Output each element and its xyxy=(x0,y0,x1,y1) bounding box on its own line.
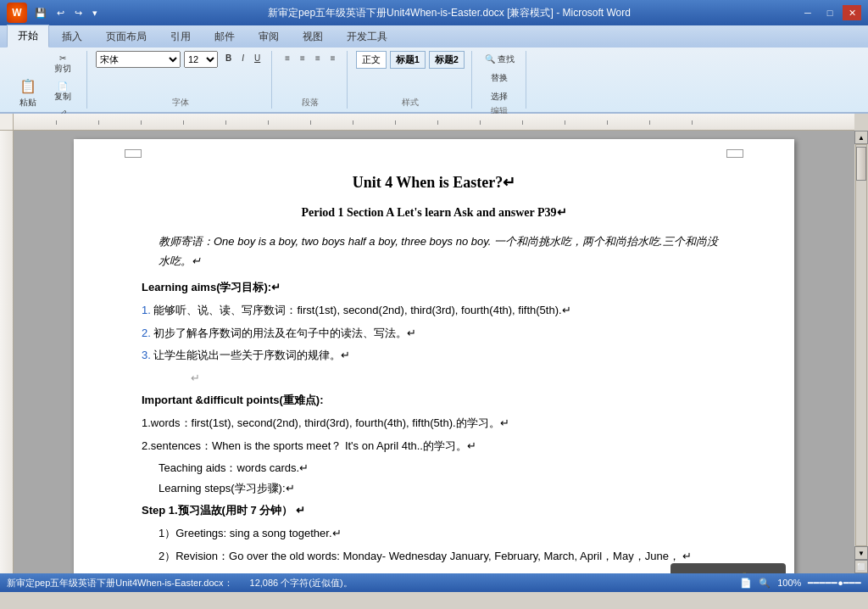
styles-group: 正文 标题1 标题2 样式 xyxy=(349,51,472,109)
status-bar: 新审定pep五年级英语下册Unit4When-is-Easter.docx： 1… xyxy=(0,573,868,592)
office-logo: W xyxy=(7,3,27,23)
ruler-mark xyxy=(437,120,438,125)
document-area[interactable]: Unit 4 When is Easter?↵ Period 1 Section… xyxy=(14,131,854,573)
paragraph-group: ≡ ≡ ≡ ≡ 段落 xyxy=(274,51,347,109)
bold-btn[interactable]: B xyxy=(221,51,236,68)
ruler-mark xyxy=(353,120,353,125)
redo-qa-btn[interactable]: ↪ xyxy=(72,7,85,20)
cut-btn[interactable]: ✂ 剪切 xyxy=(46,51,80,77)
ruler-area xyxy=(0,114,868,131)
learning-steps-title: Learning steps(学习步骤):↵ xyxy=(159,482,295,494)
vertical-scrollbar[interactable]: ▲ ▼ ⬜ xyxy=(854,131,868,573)
ribbon-tab-bar: 开始 插入 页面布局 引用 邮件 审阅 视图 开发工具 xyxy=(0,25,868,47)
ruler-mark xyxy=(98,120,99,125)
learning-item-3: 3. 让学生能说出一些关于序数词的规律。↵ xyxy=(142,347,726,365)
zoom-slider[interactable]: ━━━━━●━━━ xyxy=(808,578,861,589)
tab-references[interactable]: 引用 xyxy=(159,25,202,47)
window-controls: ─ □ ✕ xyxy=(798,5,861,20)
ruler-mark xyxy=(395,120,396,125)
ruler-mark xyxy=(565,120,565,125)
font-label: 字体 xyxy=(172,97,189,109)
teaching-aids-item: Teaching aids：words cards.↵ xyxy=(142,461,726,476)
tab-mail[interactable]: 邮件 xyxy=(203,25,246,47)
ruler-mark xyxy=(225,120,226,125)
view-fullscreen-btn[interactable]: 🔍 xyxy=(759,578,771,589)
replace-btn[interactable]: 替换 xyxy=(481,70,519,87)
copy-btn[interactable]: 📄 复制 xyxy=(46,79,80,105)
tab-developer[interactable]: 开发工具 xyxy=(336,25,398,47)
teaching-aids-value: words cards.↵ xyxy=(237,461,309,474)
window-title: 新审定pep五年级英语下册Unit4When-is-Easter.docx [兼… xyxy=(100,6,798,20)
customize-qa-btn[interactable]: ▾ xyxy=(90,7,100,20)
view-print-btn[interactable]: 📄 xyxy=(740,578,752,589)
paste-btn[interactable]: 📋 粘贴 xyxy=(14,74,42,111)
align-right-btn[interactable]: ≡ xyxy=(311,51,325,65)
watermark: 课件站 www.kjzhan.com xyxy=(670,563,786,573)
undo-qa-btn[interactable]: ↩ xyxy=(54,7,67,20)
save-qa-btn[interactable]: 💾 xyxy=(32,7,49,20)
item-3-text: 让学生能说出一些关于序数词的规律。↵ xyxy=(153,349,350,361)
find-btn[interactable]: 🔍 查找 xyxy=(481,51,519,68)
select-btn[interactable]: 选择 xyxy=(481,88,519,105)
copy-icon: 📄 xyxy=(58,81,68,91)
paste-label: 粘贴 xyxy=(19,97,36,109)
scroll-track[interactable] xyxy=(855,144,867,546)
item-1-num: 1. xyxy=(142,304,151,316)
zoom-level: 100% xyxy=(777,578,801,589)
minimize-btn[interactable]: ─ xyxy=(798,5,817,20)
ribbon: 开始 插入 页面布局 引用 邮件 审阅 视图 开发工具 📋 粘贴 ✂ 剪切 📄 … xyxy=(0,25,868,114)
ruler-mark xyxy=(607,120,608,125)
align-center-btn[interactable]: ≡ xyxy=(296,51,309,65)
font-size-select[interactable]: 12 xyxy=(184,51,218,68)
bottom-right-corner-btn[interactable]: ⬜ xyxy=(854,560,868,573)
item-3-num: 3. xyxy=(142,349,151,361)
cut-icon: ✂ xyxy=(59,53,66,63)
title-bar-left: W 💾 ↩ ↪ ▾ xyxy=(7,3,100,23)
editing-group: 🔍 查找 替换 选择 编辑 xyxy=(474,51,526,109)
scroll-thumb[interactable] xyxy=(856,147,866,181)
tab-view[interactable]: 视图 xyxy=(292,25,334,47)
item-1-text: 能够听、说、读、写序数词：first(1st), second(2nd), th… xyxy=(153,304,570,316)
ruler-corner xyxy=(0,114,14,131)
status-filename: 新审定pep五年级英语下册Unit4When-is-Easter.docx： xyxy=(7,577,233,589)
font-group: 宋体 12 B I U 字体 xyxy=(89,51,272,109)
status-charcount: 12,086 个字符(近似值)。 xyxy=(250,577,353,589)
heading2-style[interactable]: 标题2 xyxy=(429,51,465,69)
vertical-ruler xyxy=(0,131,14,573)
restore-btn[interactable]: □ xyxy=(821,5,839,20)
important-title: Important &difficult points(重难点): xyxy=(142,393,726,408)
page-margin-marker-right xyxy=(726,149,743,158)
tab-review[interactable]: 审阅 xyxy=(248,25,290,47)
ruler-mark xyxy=(480,120,481,125)
scroll-down-btn[interactable]: ▼ xyxy=(854,546,868,560)
important-item-2: 2.sentences：When is the sports meet？ It'… xyxy=(142,438,726,455)
underline-btn[interactable]: U xyxy=(250,51,264,68)
step1-greetings: 1）Greetings: sing a song together.↵ xyxy=(142,525,726,543)
align-left-btn[interactable]: ≡ xyxy=(281,51,294,65)
font-family-select[interactable]: 宋体 xyxy=(96,51,181,68)
ruler-mark xyxy=(310,120,311,125)
tab-start[interactable]: 开始 xyxy=(7,25,49,47)
tab-insert[interactable]: 插入 xyxy=(51,25,93,47)
page-margin-marker-left xyxy=(125,149,142,158)
document-page: Unit 4 When is Easter?↵ Period 1 Section… xyxy=(74,139,794,573)
clipboard-group: 📋 粘贴 ✂ 剪切 📄 复制 🖌 格式刷 剪贴板 xyxy=(7,51,87,109)
ruler-scrollbar-spacer xyxy=(854,114,868,131)
important-item-1: 1.words：first(1st), second(2nd), third(3… xyxy=(142,415,726,433)
item-2-text: 初步了解各序数词的用法及在句子中的读法、写法。↵ xyxy=(153,327,416,339)
justify-btn[interactable]: ≡ xyxy=(326,51,340,65)
ruler-mark xyxy=(141,120,142,125)
tab-page-layout[interactable]: 页面布局 xyxy=(95,25,158,47)
italic-btn[interactable]: I xyxy=(237,51,248,68)
heading1-style[interactable]: 标题1 xyxy=(390,51,426,69)
normal-style[interactable]: 正文 xyxy=(356,51,387,69)
qa-item-1: T：What day is it today？ Ss: Today is Mon… xyxy=(142,570,726,573)
item-2-num: 2. xyxy=(142,327,151,339)
scroll-up-btn[interactable]: ▲ xyxy=(854,131,868,144)
ruler-mark xyxy=(522,120,523,125)
document-subtitle: Period 1 Section A Let's learn Ask and a… xyxy=(142,205,726,220)
quote-block: 教师寄语：One boy is a boy, two boys half a b… xyxy=(142,232,726,271)
ruler-mark xyxy=(268,120,269,125)
close-btn[interactable]: ✕ xyxy=(843,5,861,20)
step1-revision: 2）Revision：Go over the old words: Monday… xyxy=(142,548,726,566)
